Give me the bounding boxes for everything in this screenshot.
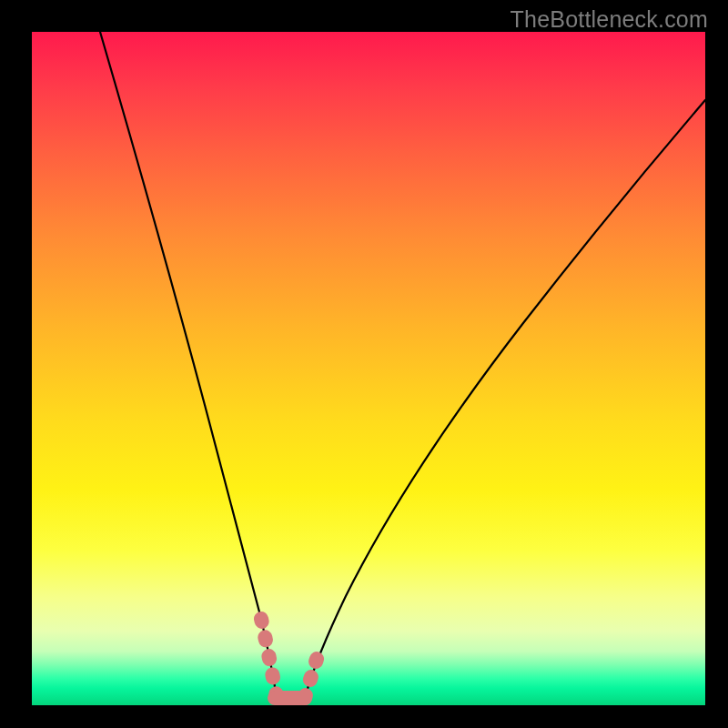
curve-left (100, 32, 277, 698)
chart-frame-left (0, 0, 32, 728)
chart-frame-right (705, 0, 728, 728)
watermark-text: TheBottleneck.com (511, 6, 708, 33)
highlight-right-leg (305, 651, 319, 698)
chart-frame-bottom (0, 705, 728, 728)
chart-canvas (32, 32, 705, 705)
curve-right (305, 100, 705, 698)
